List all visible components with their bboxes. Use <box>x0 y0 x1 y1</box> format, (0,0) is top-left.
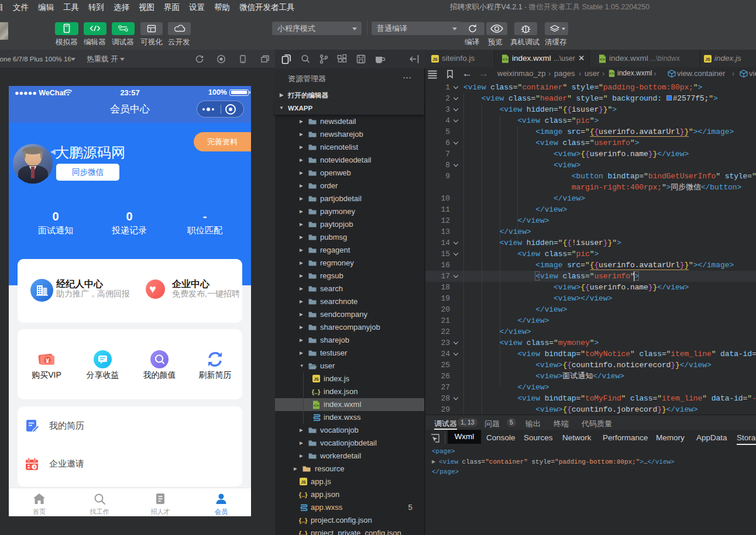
svg-text:<>: <> <box>600 57 605 62</box>
svg-text:JS: JS <box>705 57 710 61</box>
svg-text:<>: <> <box>503 57 508 62</box>
svg-text:<>: <> <box>610 71 614 75</box>
svg-text:JS: JS <box>301 480 306 484</box>
svg-text:<>: <> <box>314 403 319 408</box>
svg-text:JS: JS <box>314 377 319 381</box>
svg-text:¥: ¥ <box>46 357 50 364</box>
svg-text:JS: JS <box>432 57 438 61</box>
